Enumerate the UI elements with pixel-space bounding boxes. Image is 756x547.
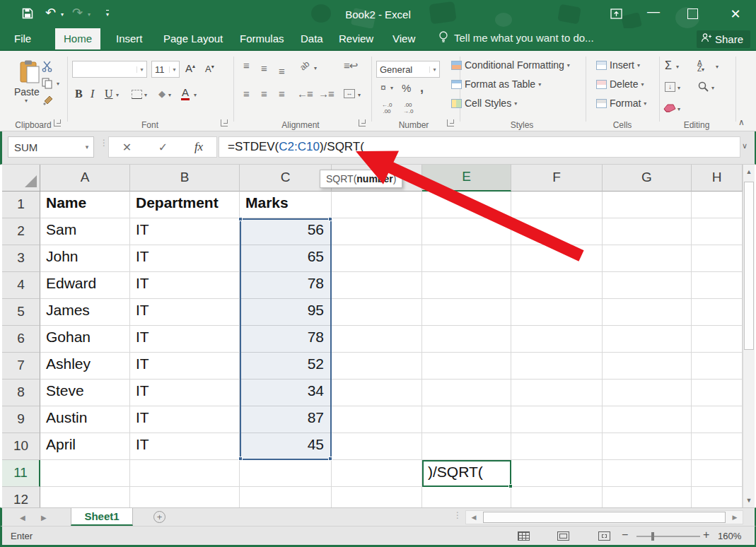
cell-C5[interactable]: 95 (240, 299, 332, 326)
cell-A9[interactable]: Austin (40, 406, 130, 433)
cell-B8[interactable]: IT (130, 380, 240, 406)
collapse-ribbon-icon[interactable]: ∧ (738, 117, 745, 127)
fill-down-icon[interactable]: ↓ (665, 82, 675, 92)
cell-C7[interactable]: 52 (240, 353, 332, 380)
accounting-dropdown-icon[interactable]: ▾ (390, 85, 393, 91)
page-layout-view-icon[interactable] (557, 531, 569, 541)
cell-D4[interactable] (332, 272, 422, 299)
normal-view-icon[interactable] (518, 531, 530, 541)
cell-B5[interactable]: IT (130, 299, 240, 326)
zoom-slider-track[interactable] (636, 536, 700, 537)
clear-dropdown-icon[interactable]: ▾ (678, 106, 680, 112)
cell-A8[interactable]: Steve (40, 380, 130, 406)
cell-C1[interactable]: Marks (240, 192, 332, 218)
cell-A4[interactable]: Edward (40, 272, 130, 299)
name-box[interactable]: SUM ▾ (8, 136, 94, 158)
minimize-button[interactable]: — (645, 4, 662, 19)
cell-F2[interactable] (511, 218, 603, 245)
cell-E6[interactable] (422, 326, 511, 353)
paste-label[interactable]: Paste (14, 86, 40, 98)
cell-E3[interactable] (422, 245, 511, 272)
cell-D1[interactable] (332, 192, 422, 218)
decrease-indent-icon[interactable]: ←≡ (297, 88, 313, 100)
cell-B3[interactable]: IT (130, 245, 240, 272)
cell-H4[interactable] (692, 272, 743, 299)
expand-formula-bar-icon[interactable]: ∨ (742, 141, 748, 151)
font-color-icon[interactable]: A (181, 86, 190, 100)
accounting-format-icon[interactable]: ¤ (380, 82, 386, 93)
fill-color-icon[interactable]: ◆ (158, 88, 165, 99)
cell-F1[interactable] (511, 192, 603, 218)
cell-C9[interactable]: 87 (240, 406, 332, 433)
cell-C6[interactable]: 78 (240, 326, 332, 353)
cell-H5[interactable] (692, 299, 743, 326)
cell-G12[interactable] (603, 487, 692, 507)
cell-H12[interactable] (692, 487, 743, 507)
comma-style-icon[interactable]: , (420, 81, 424, 95)
formula-input[interactable]: =STDEV(C2:C10)/SQRT( (219, 136, 740, 158)
orientation-icon[interactable]: ab (298, 59, 311, 72)
cell-C4[interactable]: 78 (240, 272, 332, 299)
cell-D5[interactable] (332, 299, 422, 326)
align-right-icon[interactable]: ≡ (279, 88, 284, 100)
paste-dropdown-icon[interactable]: ▾ (25, 98, 28, 104)
cell-C3[interactable]: 65 (240, 245, 332, 272)
clipboard-dialog-launcher-icon[interactable] (54, 119, 61, 127)
row-header-7[interactable]: 7 (2, 353, 40, 380)
grow-font-icon[interactable]: A▴ (185, 62, 195, 74)
row-header-10[interactable]: 10 (2, 433, 40, 460)
align-middle-icon[interactable]: ≡ (261, 62, 267, 74)
insert-function-icon[interactable]: fx (194, 140, 203, 154)
cell-E5[interactable] (422, 299, 511, 326)
new-sheet-button[interactable]: + (153, 511, 165, 523)
cell-F11[interactable] (511, 460, 603, 487)
cell-B12[interactable] (130, 487, 240, 507)
sort-filter-dropdown-icon[interactable]: ▾ (716, 64, 719, 70)
cell-G11[interactable] (603, 460, 692, 487)
cell-H3[interactable] (692, 245, 743, 272)
scroll-right-icon[interactable]: ▶ (727, 514, 743, 521)
decrease-decimal-icon[interactable]: .00 →.0 (399, 102, 417, 114)
cell-E4[interactable] (422, 272, 511, 299)
column-header-B[interactable]: B (130, 165, 240, 192)
autosum-dropdown-icon[interactable]: ▾ (676, 64, 679, 70)
tell-me-box[interactable]: Tell me what you want to do... (438, 30, 594, 45)
cell-G9[interactable] (603, 406, 692, 433)
tab-page-layout[interactable]: Page Layout (155, 28, 231, 49)
row-header-5[interactable]: 5 (2, 299, 40, 326)
select-all-corner[interactable] (2, 165, 40, 192)
cell-A3[interactable]: John (40, 245, 130, 272)
cell-D2[interactable] (332, 218, 422, 245)
cell-styles-button[interactable]: Cell Styles▾ (451, 98, 517, 109)
name-box-dropdown-icon[interactable]: ▾ (81, 143, 93, 151)
find-select-icon[interactable] (697, 81, 709, 95)
cell-D8[interactable] (332, 380, 422, 406)
cell-E12[interactable] (422, 487, 511, 507)
cell-A1[interactable]: Name (40, 192, 130, 218)
row-header-6[interactable]: 6 (2, 326, 40, 353)
italic-button[interactable]: I (91, 88, 94, 100)
clear-icon[interactable] (663, 103, 676, 115)
cell-B7[interactable]: IT (130, 353, 240, 380)
cell-H1[interactable] (692, 192, 743, 218)
vertical-scrollbar-thumb[interactable] (744, 182, 754, 350)
cell-E10[interactable] (422, 433, 511, 460)
close-button[interactable]: ✕ (727, 6, 744, 22)
zoom-out-icon[interactable]: − (622, 529, 628, 541)
cell-A5[interactable]: James (40, 299, 130, 326)
cell-F5[interactable] (511, 299, 603, 326)
cell-C11[interactable] (240, 460, 332, 487)
number-format-combo[interactable]: General ▾ (376, 61, 440, 78)
column-header-A[interactable]: A (40, 165, 130, 192)
scroll-left-icon[interactable]: ◀ (466, 514, 482, 521)
page-break-view-icon[interactable] (598, 531, 610, 541)
zoom-level-label[interactable]: 160% (718, 531, 741, 541)
delete-button[interactable]: Delete▾ (596, 78, 644, 90)
cell-H10[interactable] (692, 433, 743, 460)
cell-A10[interactable]: April (40, 433, 130, 460)
previous-sheet-icon[interactable]: ◀ (20, 514, 25, 522)
row-header-8[interactable]: 8 (2, 380, 40, 406)
cell-B1[interactable]: Department (130, 192, 240, 218)
cancel-entry-icon[interactable]: ✕ (122, 141, 132, 154)
cell-G2[interactable] (603, 218, 692, 245)
